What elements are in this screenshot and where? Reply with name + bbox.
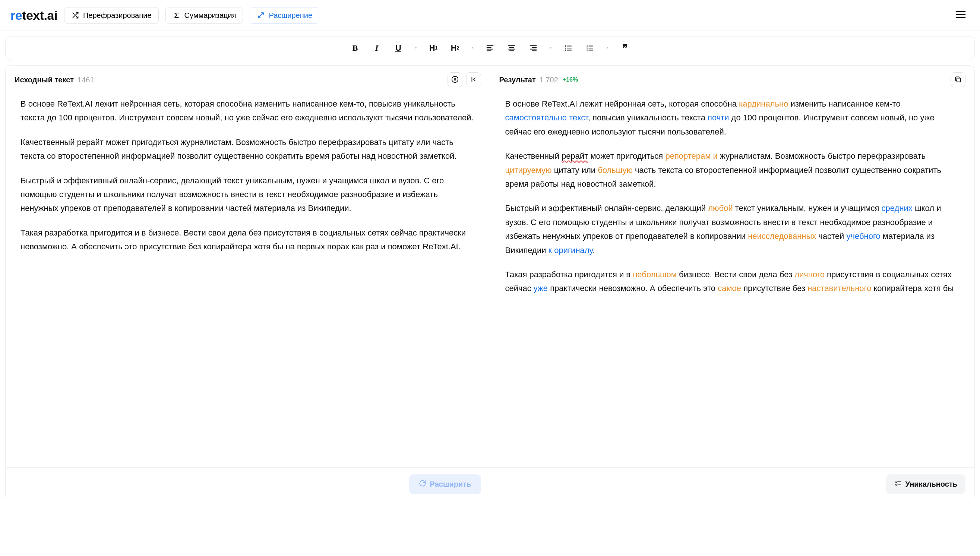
- logo-prefix: re: [10, 8, 22, 23]
- result-text-area[interactable]: В основе ReText.AI лежит нейронная сеть,…: [490, 94, 975, 467]
- svg-rect-28: [957, 78, 961, 82]
- source-header: Исходный текст 1461: [6, 66, 490, 94]
- result-paragraph: Качественный рерайт может пригодиться ре…: [505, 149, 960, 191]
- result-char-count: 1 702: [539, 76, 558, 84]
- sigma-icon: [173, 11, 181, 19]
- formatting-toolbar: B I U · H1 H2 · · 123 · ❞: [5, 36, 975, 60]
- expand-action-button[interactable]: Расширить: [409, 474, 481, 494]
- text-run: Качественный: [505, 151, 562, 161]
- text-run: цитату или: [552, 165, 598, 175]
- expand-action-label: Расширить: [430, 480, 471, 488]
- inserted-word[interactable]: самое: [718, 284, 741, 293]
- text-run: , повысив уникальность текста: [588, 113, 708, 122]
- result-paragraph: Быстрый и эффективный онлайн-сервис, дел…: [505, 201, 960, 257]
- uniqueness-button[interactable]: Уникальность: [886, 474, 965, 494]
- result-title: Результат: [499, 76, 536, 84]
- italic-button[interactable]: I: [371, 42, 382, 54]
- checklist-icon: [894, 480, 902, 489]
- inserted-word[interactable]: небольшом: [633, 270, 676, 279]
- heading2-button[interactable]: H2: [449, 42, 460, 54]
- mode-paraphrase-label: Перефразирование: [83, 11, 152, 20]
- mode-summarize-label: Суммаризация: [184, 11, 236, 20]
- inserted-word[interactable]: любой: [708, 204, 733, 213]
- source-title: Исходный текст: [15, 76, 74, 84]
- clear-button[interactable]: [447, 72, 462, 87]
- topbar: retext.ai Перефразирование Суммаризация …: [0, 0, 980, 31]
- separator-icon: ·: [414, 42, 417, 54]
- inserted-word[interactable]: почти: [708, 113, 729, 122]
- heading1-button[interactable]: H1: [428, 42, 439, 54]
- logo-suffix: text.ai: [22, 8, 57, 23]
- inserted-word[interactable]: наставительного: [807, 284, 871, 293]
- workspace: Исходный текст 1461 В основе ReText.AI л…: [5, 65, 975, 501]
- mode-expand-button[interactable]: Расширение: [250, 7, 319, 24]
- inserted-word[interactable]: неисследованных: [748, 231, 816, 241]
- inserted-word[interactable]: репортерам и: [665, 151, 717, 161]
- result-paragraph: В основе ReText.AI лежит нейронная сеть,…: [505, 97, 960, 139]
- svg-text:3: 3: [565, 48, 567, 51]
- align-center-button[interactable]: [506, 42, 517, 54]
- underline-button[interactable]: U: [393, 42, 404, 54]
- source-paragraph: В основе ReText.AI лежит нейронная сеть,…: [21, 97, 475, 125]
- text-run: текст уникальным, нужен и учащимся: [733, 204, 882, 213]
- text-run: Быстрый и эффективный онлайн-сервис, дел…: [505, 204, 708, 213]
- svg-point-26: [586, 50, 588, 51]
- text-run: практически невозможно. А обеспечить это: [548, 284, 718, 293]
- inserted-word[interactable]: большую: [598, 165, 633, 175]
- bullet-list-button[interactable]: [584, 42, 596, 54]
- text-run: В основе ReText.AI лежит нейронная сеть,…: [505, 99, 739, 108]
- mode-summarize-button[interactable]: Суммаризация: [165, 7, 243, 24]
- inserted-word[interactable]: цитируемую: [505, 165, 552, 175]
- source-text-area[interactable]: В основе ReText.AI лежит нейронная сеть,…: [6, 94, 490, 467]
- refresh-icon: [419, 480, 426, 489]
- text-run: Такая разработка пригодится и в: [505, 270, 633, 279]
- spellcheck-word[interactable]: рерайт: [562, 151, 588, 161]
- source-paragraph: Быстрый и эффективный онлайн-сервис, дел…: [21, 174, 475, 215]
- expand-icon: [257, 11, 265, 19]
- text-run: журналистам. Возможность быстро перефраз…: [718, 151, 925, 161]
- inserted-word[interactable]: к оригиналу: [549, 246, 593, 255]
- result-header: Результат 1 702 +16%: [490, 66, 975, 94]
- text-run: может пригодиться: [588, 151, 665, 161]
- result-footer: Уникальность: [490, 467, 975, 501]
- ordered-list-button[interactable]: 123: [563, 42, 574, 54]
- inserted-word[interactable]: средних: [882, 204, 912, 213]
- text-run: изменить написанное кем-то: [788, 99, 900, 108]
- inserted-word[interactable]: уже: [534, 284, 548, 293]
- shuffle-icon: [71, 11, 79, 19]
- menu-button[interactable]: [952, 7, 970, 24]
- separator-icon: ·: [549, 42, 552, 54]
- mode-paraphrase-button[interactable]: Перефразирование: [64, 7, 159, 24]
- inserted-word[interactable]: учебного: [847, 231, 880, 241]
- separator-icon: ·: [606, 42, 609, 54]
- mode-expand-label: Расширение: [269, 11, 312, 20]
- svg-point-25: [586, 48, 588, 49]
- source-paragraph: Такая разработка пригодится и в бизнесе.…: [21, 226, 475, 254]
- inserted-word[interactable]: кардинально: [739, 99, 788, 108]
- copy-icon: [954, 76, 962, 84]
- inserted-word[interactable]: самостоятельно текст: [505, 113, 588, 122]
- copy-button[interactable]: [951, 72, 965, 87]
- svg-point-24: [586, 45, 588, 47]
- text-run: бизнесе. Вести свои дела без: [676, 270, 794, 279]
- collapse-left-icon: [470, 75, 478, 85]
- quote-button[interactable]: ❞: [619, 42, 630, 54]
- uniqueness-label: Уникальность: [906, 480, 957, 488]
- source-char-count: 1461: [77, 76, 94, 84]
- result-delta: +16%: [563, 76, 578, 83]
- text-run: копирайтера хотя бы: [871, 284, 954, 293]
- close-circle-icon: [451, 75, 459, 85]
- bold-button[interactable]: B: [350, 42, 361, 54]
- inserted-word[interactable]: личного: [794, 270, 825, 279]
- source-pane: Исходный текст 1461 В основе ReText.AI л…: [6, 66, 490, 501]
- source-paragraph: Качественный рерайт может пригодиться жу…: [21, 135, 475, 163]
- text-run: .: [593, 246, 595, 255]
- result-paragraph: Такая разработка пригодится и в небольшо…: [505, 268, 960, 296]
- logo[interactable]: retext.ai: [10, 8, 57, 23]
- result-pane: Результат 1 702 +16% В основе ReText.AI …: [490, 66, 975, 501]
- align-right-button[interactable]: [528, 42, 539, 54]
- text-run: частей: [816, 231, 846, 241]
- separator-icon: ·: [471, 42, 474, 54]
- align-left-button[interactable]: [484, 42, 496, 54]
- collapse-button[interactable]: [466, 72, 481, 87]
